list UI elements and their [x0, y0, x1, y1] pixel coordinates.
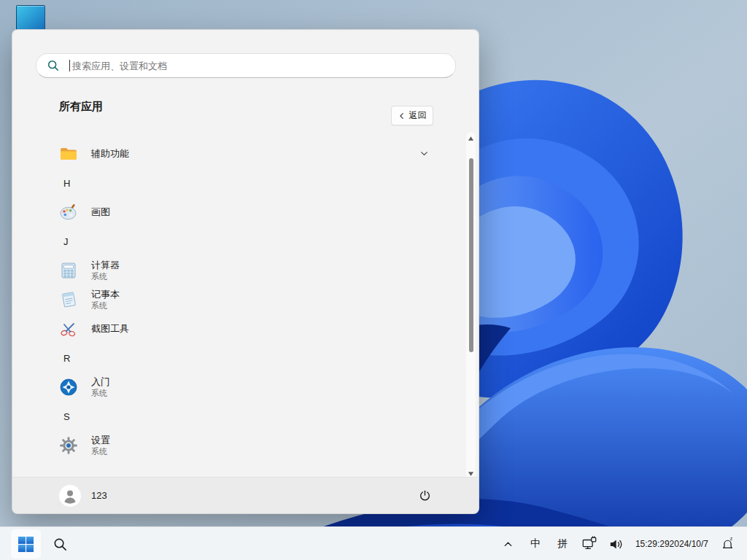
calculator-icon [59, 261, 78, 280]
section-label: J [63, 236, 69, 247]
snipping-tool-icon [59, 319, 78, 338]
scrollbar[interactable] [466, 132, 476, 481]
chevron-left-icon [398, 112, 406, 120]
all-apps-title: 所有应用 [59, 100, 103, 114]
chevron-up-icon [503, 539, 514, 550]
start-menu-footer: 123 [12, 477, 479, 513]
app-sublabel: 系统 [91, 389, 110, 398]
svg-text:z: z [729, 537, 732, 541]
folder-icon [59, 144, 78, 163]
paint-icon [59, 203, 78, 222]
chevron-down-icon[interactable] [419, 148, 430, 159]
start-menu-panel: 所有应用 返回 辅助功能 [12, 29, 479, 514]
desktop-shortcut-icon[interactable] [16, 5, 45, 31]
app-item-notepad[interactable]: 记事本 系统 [12, 285, 471, 314]
desktop: 所有应用 返回 辅助功能 [0, 0, 747, 560]
get-started-icon [59, 378, 78, 397]
app-label: 画图 [91, 206, 110, 219]
power-button[interactable] [411, 483, 438, 509]
app-item-calculator[interactable]: 计算器 系统 [12, 256, 471, 285]
app-item-snipping-tool[interactable]: 截图工具 [12, 314, 471, 343]
ime-mode-button[interactable]: 拼 [551, 530, 573, 558]
all-apps-list: 辅助功能 H [12, 139, 471, 460]
scrollbar-thumb[interactable] [469, 158, 473, 352]
app-label: 计算器 [91, 260, 120, 271]
search-icon [53, 537, 68, 552]
network-button[interactable] [578, 530, 600, 558]
search-box[interactable] [36, 53, 456, 78]
search-input[interactable] [36, 54, 455, 77]
app-label: 入门 [91, 377, 110, 388]
app-item-paint[interactable]: 画图 [12, 198, 471, 227]
app-label: 截图工具 [91, 322, 129, 335]
tray-overflow-button[interactable] [498, 530, 519, 558]
speaker-icon [608, 537, 624, 552]
app-item-settings[interactable]: 设置 系统 [12, 431, 471, 460]
notepad-icon [59, 290, 78, 309]
avatar [59, 485, 81, 507]
settings-icon [59, 436, 78, 455]
app-label: 设置 [91, 435, 110, 446]
section-letter-h[interactable]: H [12, 168, 471, 198]
app-sublabel: 系统 [91, 272, 120, 281]
clock-date: 2024/10/7 [670, 539, 708, 550]
ethernet-network-icon [581, 536, 597, 552]
windows-logo-icon [18, 536, 34, 553]
start-button[interactable] [11, 529, 41, 559]
app-item-get-started[interactable]: 入门 系统 [12, 373, 471, 402]
back-button[interactable]: 返回 [391, 106, 433, 125]
scroll-up-icon[interactable] [466, 133, 476, 144]
app-sublabel: 系统 [91, 447, 110, 456]
app-item-accessibility-folder[interactable]: 辅助功能 [12, 139, 471, 168]
section-label: S [63, 411, 70, 422]
section-label: R [63, 353, 70, 364]
back-button-label: 返回 [409, 109, 427, 122]
taskbar-search-button[interactable] [45, 529, 75, 559]
ime-language-button[interactable]: 中 [525, 530, 546, 558]
system-tray: 中 拼 [498, 527, 743, 560]
volume-button[interactable] [605, 530, 627, 558]
app-label: 辅助功能 [91, 147, 129, 160]
clock[interactable]: 15:29:29 2024/10/7 [632, 530, 711, 558]
notification-center-button[interactable]: z [716, 530, 738, 558]
section-letter-s[interactable]: S [12, 402, 471, 431]
clock-time: 15:29:29 [635, 539, 670, 550]
section-label: H [63, 178, 70, 189]
section-letter-j[interactable]: J [12, 227, 471, 256]
user-account-button[interactable]: 123 [59, 485, 107, 507]
bell-dnd-icon: z [720, 537, 735, 552]
app-sublabel: 系统 [91, 301, 120, 311]
app-label: 记事本 [91, 289, 120, 300]
taskbar: 中 拼 [0, 526, 747, 560]
section-letter-r[interactable]: R [12, 343, 471, 373]
user-name: 123 [91, 490, 107, 501]
